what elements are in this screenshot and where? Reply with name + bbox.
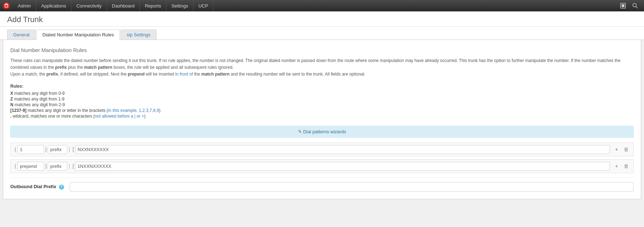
rule-actions-2: + 🗑 — [613, 162, 630, 170]
bracket-close-1: ) — [44, 146, 48, 152]
bracket-open-match-1: [ — [71, 146, 75, 152]
rule-bracket: [1237-9] matches any digit or letter in … — [10, 108, 634, 113]
svg-point-3 — [633, 4, 637, 7]
nav-box-icon[interactable] — [618, 1, 628, 10]
bracket-open-1: ( — [14, 146, 17, 152]
desc-prepend: prepend — [128, 72, 144, 77]
nav-reports[interactable]: Reports — [140, 0, 166, 11]
rule-row-2: ( ) | [ + 🗑 — [10, 159, 634, 173]
desc-match-pattern1: match pattern — [84, 65, 112, 70]
desc-prefix1: prefix — [55, 65, 67, 70]
top-navigation: Admin Applications Connectivity Dashboar… — [0, 0, 644, 11]
bracket-open-match-2: [ — [71, 163, 75, 169]
desc-end: and the resulting number will be sent to… — [229, 72, 365, 77]
section-title: Dial Number Manipulation Rules — [10, 47, 634, 53]
nav-dashboard[interactable]: Dashboard — [107, 0, 140, 11]
tab-general[interactable]: General — [7, 30, 36, 40]
bracket-open-2: ( — [14, 163, 17, 169]
desc-prefix2: prefix — [46, 72, 58, 77]
desc-inserted: will be inserted — [145, 72, 175, 77]
prefix-input-1[interactable] — [48, 145, 67, 154]
rule-row-1: ( ) | [ + 🗑 — [10, 143, 634, 156]
description-text: These rules can manipulate the dialed nu… — [10, 57, 634, 78]
tab-dialed-number-manipulation[interactable]: Dialed Number Manipulation Rules — [36, 30, 120, 40]
svg-line-4 — [636, 7, 638, 9]
rule-n: N matches any digit from 2-9 — [10, 102, 634, 107]
tab-sip-settings[interactable]: sip Settings — [121, 30, 156, 40]
desc-match-pattern2: match pattern — [201, 72, 229, 77]
nav-search-icon[interactable] — [630, 1, 640, 10]
match-input-2[interactable] — [75, 162, 610, 171]
rule-wildcard: . wildcard, matches one or more characte… — [10, 114, 634, 119]
outbound-label: Outbound Dial Prefix ? — [10, 184, 64, 190]
divider-1: | — [67, 146, 71, 152]
desc-match: Upon a match, the — [10, 72, 46, 77]
rule-z: Z matches any digit from 1-9 — [10, 97, 634, 102]
nav-settings[interactable]: Settings — [166, 0, 193, 11]
nav-ucp[interactable]: UCP — [193, 0, 213, 11]
nav-connectivity[interactable]: Connectivity — [71, 0, 107, 11]
add-rule-btn-2[interactable]: + — [613, 162, 620, 170]
main-content: Dial Number Manipulation Rules These rul… — [3, 40, 641, 199]
outbound-help-icon[interactable]: ? — [59, 185, 64, 190]
prefix-input-2[interactable] — [48, 162, 67, 171]
match-input-1[interactable] — [75, 145, 610, 154]
divider-2: | — [67, 163, 71, 169]
rules-section: Rules: X matches any digit from 0-9 Z ma… — [10, 84, 634, 119]
svg-rect-2 — [622, 4, 624, 7]
rule-actions-1: + 🗑 — [613, 146, 630, 153]
delete-rule-btn-2[interactable]: 🗑 — [622, 162, 630, 170]
prepend-input-1[interactable] — [17, 145, 44, 154]
desc-boxes: boxes, the rule will be applied and all … — [112, 65, 234, 70]
rule-x: X matches any digit from 0-9 — [10, 91, 634, 96]
svg-point-0 — [3, 2, 10, 9]
outbound-dial-section: Outbound Dial Prefix ? — [10, 177, 634, 192]
desc-stripped: , if defined, will be stripped. Next the — [58, 72, 128, 77]
add-rule-btn-1[interactable]: + — [613, 146, 620, 153]
page-title: Add Trunk — [7, 15, 637, 24]
desc-plus: plus the — [67, 65, 84, 70]
nav-applications[interactable]: Applications — [36, 0, 71, 11]
delete-rule-btn-1[interactable]: 🗑 — [622, 146, 630, 153]
rules-title: Rules: — [10, 84, 634, 89]
dial-patterns-wizard-bar[interactable]: ✎ Dial patterns wizards — [10, 126, 634, 138]
nav-admin[interactable]: Admin — [13, 0, 36, 11]
desc-the: the — [193, 72, 201, 77]
tab-bar: General Dialed Number Manipulation Rules… — [0, 27, 644, 40]
desc-infront: in front of — [175, 72, 193, 77]
app-logo — [1, 1, 11, 11]
bracket-close-2: ) — [44, 163, 48, 169]
page-header: Add Trunk — [0, 11, 644, 27]
prepend-input-2[interactable] — [17, 162, 44, 171]
outbound-dial-input[interactable] — [70, 182, 634, 192]
